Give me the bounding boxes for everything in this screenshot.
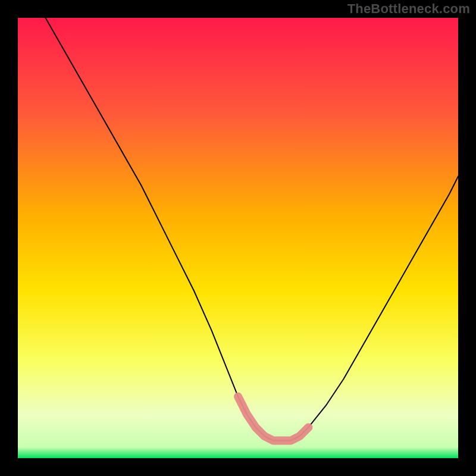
chart-container: TheBottleneck.com xyxy=(0,0,476,476)
plot-area xyxy=(18,18,458,458)
watermark-text: TheBottleneck.com xyxy=(347,1,470,17)
plot-svg xyxy=(18,18,458,458)
